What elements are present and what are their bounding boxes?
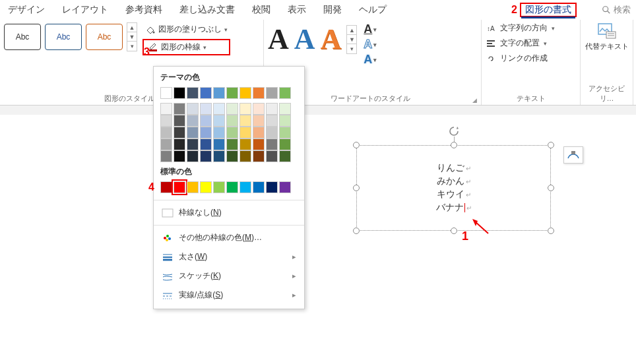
shape-style-thumb-3[interactable]: Abc bbox=[86, 24, 123, 50]
color-swatch[interactable] bbox=[213, 150, 225, 162]
color-swatch[interactable] bbox=[174, 181, 185, 193]
color-swatch[interactable] bbox=[187, 181, 199, 193]
wordart-gallery-scroll[interactable]: ▲ ▼ ▾ bbox=[346, 25, 357, 54]
search-field[interactable]: 検索 bbox=[602, 4, 631, 16]
color-swatch[interactable] bbox=[279, 138, 291, 150]
menu-shape-format[interactable]: 図形の書式 bbox=[520, 3, 577, 17]
wordart-thumb-2[interactable]: A bbox=[294, 22, 315, 56]
color-swatch[interactable] bbox=[279, 115, 291, 127]
menu-help[interactable]: ヘルプ bbox=[356, 3, 389, 17]
color-swatch[interactable] bbox=[174, 115, 185, 127]
text-effects-button[interactable]: A▾ bbox=[362, 53, 378, 67]
color-swatch[interactable] bbox=[187, 150, 199, 162]
color-swatch[interactable] bbox=[200, 138, 212, 150]
color-swatch[interactable] bbox=[279, 150, 291, 162]
gallery-more-icon[interactable]: ▾ bbox=[347, 44, 356, 53]
color-swatch[interactable] bbox=[253, 87, 265, 99]
color-swatch[interactable] bbox=[187, 138, 199, 150]
color-swatch[interactable] bbox=[213, 138, 225, 150]
color-swatch[interactable] bbox=[226, 127, 238, 138]
color-swatch[interactable] bbox=[187, 103, 199, 115]
color-swatch[interactable] bbox=[160, 103, 172, 115]
color-swatch[interactable] bbox=[266, 181, 278, 193]
color-swatch[interactable] bbox=[226, 103, 238, 115]
color-swatch[interactable] bbox=[200, 181, 212, 193]
resize-handle-br[interactable] bbox=[548, 228, 554, 234]
create-link-button[interactable]: リンクの作成 bbox=[486, 53, 555, 64]
color-swatch[interactable] bbox=[266, 115, 278, 127]
shape-style-gallery[interactable]: Abc Abc Abc ▲ ▼ ▾ bbox=[4, 22, 137, 51]
color-swatch[interactable] bbox=[174, 138, 185, 150]
shape-outline-button[interactable]: 図形の枠線 ▾ bbox=[143, 39, 230, 55]
text-align-button[interactable]: 文字の配置▾ bbox=[486, 38, 555, 49]
color-swatch[interactable] bbox=[279, 103, 291, 115]
color-swatch[interactable] bbox=[200, 87, 212, 99]
color-swatch[interactable] bbox=[253, 115, 265, 127]
menu-mailings[interactable]: 差し込み文書 bbox=[177, 3, 238, 17]
color-swatch[interactable] bbox=[160, 87, 172, 99]
color-swatch[interactable] bbox=[226, 181, 238, 193]
gallery-up-icon[interactable]: ▲ bbox=[127, 23, 137, 32]
color-swatch[interactable] bbox=[160, 115, 172, 127]
color-swatch[interactable] bbox=[239, 127, 251, 138]
selected-textbox[interactable]: りんご みかん キウイ バナナ bbox=[356, 145, 551, 231]
no-outline-item[interactable]: 枠線なし(N) bbox=[160, 203, 298, 222]
color-swatch[interactable] bbox=[239, 103, 251, 115]
color-swatch[interactable] bbox=[174, 150, 185, 162]
color-swatch[interactable] bbox=[253, 181, 265, 193]
gallery-down-icon[interactable]: ▼ bbox=[127, 32, 137, 42]
color-swatch[interactable] bbox=[266, 87, 278, 99]
text-fill-button[interactable]: A▾ bbox=[362, 22, 378, 36]
color-swatch[interactable] bbox=[226, 115, 238, 127]
color-swatch[interactable] bbox=[253, 127, 265, 138]
color-swatch[interactable] bbox=[160, 127, 172, 138]
resize-handle-tm[interactable] bbox=[451, 142, 457, 148]
text-outline-button[interactable]: A▾ bbox=[362, 38, 378, 51]
color-swatch[interactable] bbox=[253, 138, 265, 150]
resize-handle-bl[interactable] bbox=[353, 228, 360, 234]
wordart-gallery[interactable]: A A A ▲ ▼ ▾ bbox=[268, 22, 357, 56]
color-swatch[interactable] bbox=[279, 87, 291, 99]
menu-references[interactable]: 参考資料 bbox=[123, 3, 165, 17]
wordart-thumb-1[interactable]: A bbox=[268, 22, 289, 56]
color-swatch[interactable] bbox=[200, 127, 212, 138]
color-swatch[interactable] bbox=[187, 127, 199, 138]
menu-design[interactable]: デザイン bbox=[5, 3, 48, 17]
color-swatch[interactable] bbox=[279, 127, 291, 138]
color-swatch[interactable] bbox=[174, 87, 185, 99]
more-outline-colors-item[interactable]: その他の枠線の色(M)… bbox=[160, 228, 298, 247]
color-swatch[interactable] bbox=[253, 150, 265, 162]
color-swatch[interactable] bbox=[213, 181, 225, 193]
color-swatch[interactable] bbox=[226, 138, 238, 150]
resize-handle-tr[interactable] bbox=[548, 142, 554, 148]
color-swatch[interactable] bbox=[213, 115, 225, 127]
gallery-scroll[interactable]: ▲ ▼ ▾ bbox=[127, 22, 137, 51]
color-swatch[interactable] bbox=[266, 138, 278, 150]
sketch-item[interactable]: スケッチ(K)▸ bbox=[160, 266, 298, 286]
color-swatch[interactable] bbox=[239, 138, 251, 150]
color-swatch[interactable] bbox=[226, 87, 238, 99]
color-swatch[interactable] bbox=[174, 127, 185, 138]
menu-view[interactable]: 表示 bbox=[285, 3, 309, 17]
color-swatch[interactable] bbox=[239, 181, 251, 193]
menu-developer[interactable]: 開発 bbox=[321, 3, 344, 17]
color-swatch[interactable] bbox=[266, 127, 278, 138]
color-swatch[interactable] bbox=[266, 150, 278, 162]
weight-item[interactable]: 太さ(W)▸ bbox=[160, 247, 298, 266]
wordart-thumb-3[interactable]: A bbox=[321, 22, 342, 56]
color-swatch[interactable] bbox=[187, 115, 199, 127]
resize-handle-bm[interactable] bbox=[451, 228, 457, 234]
shape-style-thumb-2[interactable]: Abc bbox=[45, 24, 82, 50]
color-swatch[interactable] bbox=[239, 150, 251, 162]
shape-style-thumb-1[interactable]: Abc bbox=[4, 24, 41, 50]
gallery-up-icon[interactable]: ▲ bbox=[347, 26, 356, 35]
gallery-more-icon[interactable]: ▾ bbox=[127, 42, 137, 51]
dashes-item[interactable]: 実線/点線(S)▸ bbox=[160, 286, 298, 305]
color-swatch[interactable] bbox=[239, 87, 251, 99]
color-swatch[interactable] bbox=[160, 181, 172, 193]
color-swatch[interactable] bbox=[160, 138, 172, 150]
color-swatch[interactable] bbox=[200, 150, 212, 162]
textbox-content[interactable]: りんご みかん キウイ バナナ bbox=[360, 149, 547, 227]
dialog-launcher-icon[interactable]: ◢ bbox=[472, 97, 477, 104]
color-swatch[interactable] bbox=[213, 127, 225, 138]
